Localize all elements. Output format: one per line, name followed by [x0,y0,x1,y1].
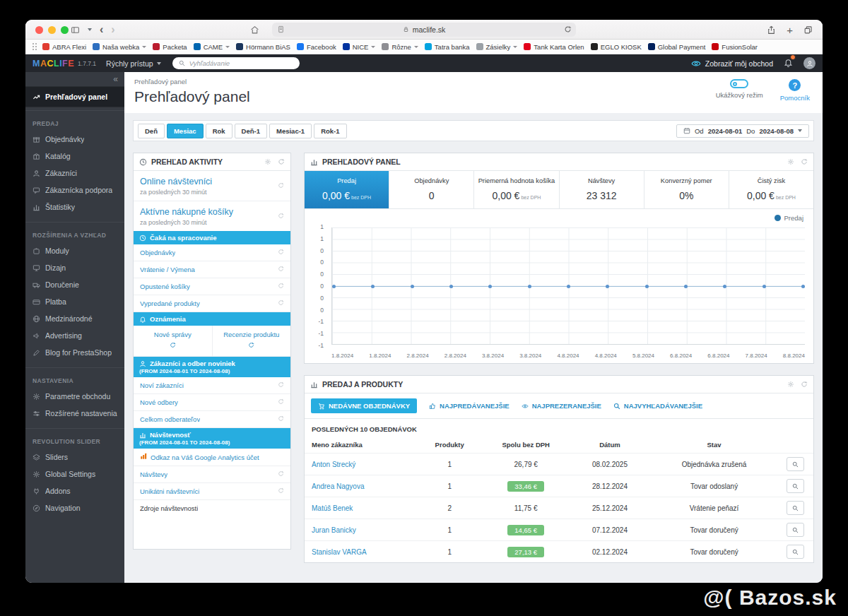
visits-link[interactable]: Návštevy [134,466,290,483]
gear-icon[interactable] [787,381,794,388]
sidebar-collapse-button[interactable]: « [25,72,124,86]
tab-most-viewed[interactable]: NAJPREZERANEJŠIE [522,402,601,410]
kpi-conversion[interactable]: Konverzný pomer 0% [644,171,729,208]
bookmark-item[interactable]: FusionSolar [712,43,758,51]
sidebar-item-navigation[interactable]: Navigation [25,499,124,516]
sidebar-item-dashboard[interactable]: Prehľadový panel [25,86,124,107]
bookmark-item[interactable]: Facebook [297,43,336,51]
kpi-sales[interactable]: Predaj 0,00 €bez DPH [305,171,389,208]
period-year-button[interactable]: Rok [206,124,232,138]
product-reviews-link[interactable]: Recenzie produktu [212,326,291,356]
tab-overview-icon[interactable] [803,25,813,35]
reload-icon[interactable] [564,25,572,35]
date-range-picker[interactable]: Od 2024-08-01 Do 2024-08-08 [676,124,809,138]
sidebar-item-stats[interactable]: Štatistiky [25,199,124,215]
view-order-button[interactable] [787,501,804,515]
close-window-button[interactable] [35,26,43,34]
apps-grid-icon[interactable] [33,46,34,47]
bookmark-item[interactable]: NICE [343,43,376,51]
demo-mode-toggle[interactable]: Ukážkový režim [716,79,763,102]
bookmark-item[interactable]: Packeta [153,43,187,51]
bookmark-item[interactable]: Zásielky [476,43,518,51]
search-input[interactable] [189,59,293,67]
bookmark-item[interactable]: Global Payment [648,43,706,51]
new-tab-button[interactable]: + [787,25,793,35]
bookmark-item[interactable]: Rôzne [382,43,418,51]
kpi-orders[interactable]: Objednávky 0 [389,171,474,208]
returns-link[interactable]: Vrátenie / Výmena [134,261,290,278]
sidebar-item-customers[interactable]: Zákazníci [25,165,124,182]
help-button[interactable]: ? Pomocník [780,79,810,102]
google-analytics-link[interactable]: Odkaz na Váš Google Analytics účet [134,449,290,466]
view-order-button[interactable] [787,545,804,559]
new-customers-link[interactable]: Noví zákazníci [134,377,290,394]
sidebar-item-global-settings[interactable]: Global Settings [25,466,124,482]
view-order-button[interactable] [787,479,804,493]
bookmark-item[interactable]: EGLO KIOSK [591,43,642,51]
address-bar[interactable]: maclife.sk [272,23,576,37]
forward-button[interactable]: › [111,24,114,35]
tab-top-searches[interactable]: NAJVYHĽADÁVANEJŠIE [613,402,702,410]
notifications-button[interactable] [784,57,793,70]
new-messages-link[interactable]: Nové správy [134,326,212,356]
admin-search[interactable] [172,57,300,69]
tab-best-sellers[interactable]: NAJPREDÁVANEJŠIE [429,402,510,410]
customer-link[interactable]: Stanislav VARGA [312,548,367,556]
bookmark-item[interactable]: Tatra banka [425,43,470,51]
customer-link[interactable]: Matúš Benek [312,504,353,512]
sidebar-toggle-icon[interactable] [71,25,80,35]
share-icon[interactable] [767,25,776,35]
period-year-1-button[interactable]: Rok-1 [314,124,346,138]
customer-link[interactable]: Anton Strecký [312,461,355,468]
sidebar-item-blog[interactable]: Blog for PrestaShop [25,344,124,361]
sidebar-item-customer-service[interactable]: Zákaznícka podpora [25,182,124,199]
sidebar-item-addons[interactable]: Addons [25,482,124,499]
refresh-icon[interactable] [278,158,285,165]
total-subscribers-link[interactable]: Celkom odberateľov [134,411,290,428]
sidebar-item-advertising[interactable]: Advertising [25,327,124,344]
sidebar-item-shop-parameters[interactable]: Parametre obchodu [25,388,124,405]
pending-orders-link[interactable]: Objednávky [134,244,290,261]
out-of-stock-link[interactable]: Vypredané produkty [134,295,290,312]
period-month-1-button[interactable]: Mesiac-1 [269,124,312,138]
gear-icon[interactable] [264,158,271,165]
sidebar-item-sliders[interactable]: Sliders [25,449,124,466]
abandoned-carts-link[interactable]: Opustené košíky [134,278,290,295]
kpi-net-profit[interactable]: Čistý zisk 0,00 €bez DPH [729,171,813,208]
gear-icon[interactable] [787,158,794,165]
bookmark-item[interactable]: ABRA Flexi [42,43,86,51]
customer-link[interactable]: Juran Banicky [312,526,356,534]
minimize-window-button[interactable] [48,26,56,34]
sidebar-item-payment[interactable]: Platba [25,293,124,310]
shop-logo[interactable]: M A C L I F E [33,59,74,69]
view-order-button[interactable] [787,457,804,471]
bookmark-item[interactable]: Hörmann BiAS [236,43,290,51]
home-icon[interactable] [250,25,259,37]
online-visitors[interactable]: Online návštevníci za posledných 30 minú… [134,171,290,201]
bookmark-item[interactable]: CAME [194,43,230,51]
refresh-icon[interactable] [801,158,808,165]
kpi-visits[interactable]: Návštevy 23 312 [560,171,644,208]
page-settings-icon[interactable] [277,25,285,35]
unique-visitors-link[interactable]: Unikátni návštevníci [134,483,290,500]
sidebar-item-international[interactable]: Medzinárodné [25,310,124,327]
sidebar-item-modules[interactable]: Moduly [25,242,124,259]
view-order-button[interactable] [787,523,804,537]
sidebar-item-design[interactable]: Dizajn [25,259,124,276]
kpi-cart-value[interactable]: Priemerná hodnota košíka 0,00 €bez DPH [474,171,559,208]
back-button[interactable]: ‹ [100,24,103,35]
new-subscriptions-link[interactable]: Nové odbery [134,394,290,411]
zoom-window-button[interactable] [61,26,69,34]
bookmark-item[interactable]: Tank Karta Orlen [524,43,584,51]
sidebar-item-orders[interactable]: Objednávky [25,131,124,148]
sidebar-menu-caret-icon[interactable] [88,28,92,31]
customer-link[interactable]: Andrea Nagyova [312,482,365,490]
sidebar-item-advanced[interactable]: Rozšírené nastavenia [25,405,124,422]
bookmark-item[interactable]: Naša webka [93,43,146,51]
refresh-icon[interactable] [801,381,808,388]
sidebar-item-shipping[interactable]: Doručenie [25,276,124,293]
period-day-button[interactable]: Deň [138,124,165,138]
period-day-1-button[interactable]: Deň-1 [235,124,267,138]
tab-recent-orders[interactable]: NEDÁVNE OBJEDNÁVKY [311,398,417,413]
active-carts[interactable]: Aktívne nákupné košíky za posledných 30 … [134,201,290,231]
